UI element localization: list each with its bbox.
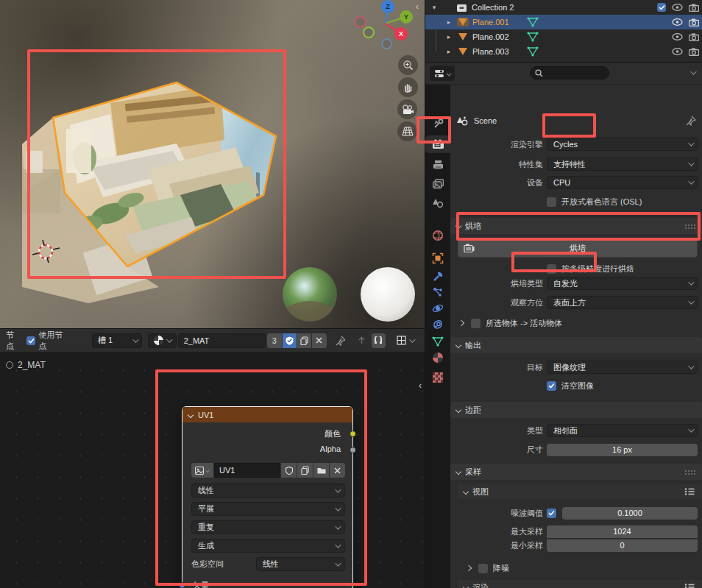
margin-type-dropdown[interactable]: 相邻面 xyxy=(547,424,698,437)
viewport-sampling-subheader[interactable]: 视图 xyxy=(458,484,702,499)
tab-data[interactable] xyxy=(425,333,450,350)
collection-checkbox[interactable] xyxy=(657,3,666,12)
hide-viewport-eye-icon[interactable] xyxy=(672,48,683,55)
tab-scene[interactable] xyxy=(425,194,450,212)
render-sampling-subheader[interactable]: 渲染 xyxy=(458,580,702,588)
slot-dropdown[interactable]: 槽 1 xyxy=(92,333,142,348)
preset-icon[interactable] xyxy=(684,583,695,588)
tab-output[interactable] xyxy=(425,156,450,174)
color-output-socket[interactable] xyxy=(350,431,356,437)
unlink-image-button[interactable] xyxy=(330,463,345,478)
projection-dropdown[interactable]: 平展 xyxy=(191,502,345,516)
node-header[interactable]: UV1 xyxy=(182,407,352,422)
region-collapse-arrow[interactable]: ‹ xyxy=(416,1,419,12)
image-browse-button[interactable] xyxy=(191,463,213,478)
camera-view-button[interactable] xyxy=(397,99,417,119)
multires-bake-checkbox[interactable] xyxy=(547,264,556,274)
region-collapse-arrow[interactable]: ‹ xyxy=(419,380,422,391)
collection-name[interactable]: Collection 2 xyxy=(472,3,514,12)
tab-material[interactable] xyxy=(425,349,450,366)
max-samples-field[interactable]: 1024 xyxy=(547,525,698,538)
selected-to-active-checkbox[interactable] xyxy=(471,319,481,328)
gizmo-y-axis[interactable]: Y xyxy=(400,10,413,24)
disable-render-camera-icon[interactable] xyxy=(689,18,699,26)
margin-size-field[interactable]: 16 px xyxy=(547,444,698,456)
vertical-splitter[interactable] xyxy=(425,0,425,588)
gizmo-z-axis[interactable]: Z xyxy=(381,0,394,13)
vector-input-socket[interactable] xyxy=(179,582,185,588)
tab-tool[interactable] xyxy=(425,115,450,132)
target-dropdown[interactable]: 图像纹理 xyxy=(547,361,698,374)
image-name-field[interactable]: UV1 xyxy=(214,463,280,478)
hide-viewport-eye-icon[interactable] xyxy=(672,18,683,26)
header-options-chevron-icon[interactable] xyxy=(690,68,696,74)
bake-type-dropdown[interactable]: 自发光 xyxy=(547,277,698,290)
disclosure-collapsed-icon[interactable]: ▸ xyxy=(444,18,453,26)
users-count-badge[interactable]: 3 xyxy=(267,333,281,348)
tab-render[interactable] xyxy=(425,135,450,153)
disable-render-camera-icon[interactable] xyxy=(689,33,699,41)
disclosure-collapsed-icon[interactable]: ▸ xyxy=(444,33,453,40)
disclosure-expanded-icon[interactable]: ▾ xyxy=(430,4,439,11)
gizmo-x-axis[interactable]: X xyxy=(394,27,408,40)
pin-icon[interactable] xyxy=(686,116,696,126)
min-samples-field[interactable]: 0 xyxy=(547,539,698,552)
disable-render-camera-icon[interactable] xyxy=(689,4,699,12)
pan-hand-button[interactable] xyxy=(398,77,418,97)
zoom-button[interactable] xyxy=(398,55,418,75)
hide-viewport-eye-icon[interactable] xyxy=(672,33,683,40)
tab-constraints[interactable] xyxy=(425,316,450,333)
shader-canvas[interactable]: 2_MAT ‹ UV1 颜色 Alpha UV1 xyxy=(0,353,425,588)
outliner-row-collection[interactable]: ▾ Collection 2 xyxy=(425,0,702,15)
output-panel-header[interactable]: 输出 xyxy=(450,337,702,353)
viewport-3d[interactable]: Z Y X ‹ xyxy=(0,0,425,329)
perspective-toggle-button[interactable] xyxy=(397,121,417,141)
sampling-panel-header[interactable]: 采样 xyxy=(450,464,702,480)
object-name[interactable]: Plane.002 xyxy=(472,32,509,41)
copy-image-button[interactable] xyxy=(297,463,313,478)
tab-world[interactable] xyxy=(425,227,450,244)
object-name[interactable]: Plane.001 xyxy=(472,18,509,26)
feature-set-dropdown[interactable]: 支持特性 xyxy=(547,157,698,171)
search-input[interactable] xyxy=(530,66,609,79)
gizmo-neg-x-axis[interactable] xyxy=(355,16,366,28)
fake-user-shield-button[interactable] xyxy=(283,333,297,348)
interpolation-dropdown[interactable]: 线性 xyxy=(191,483,345,497)
osl-checkbox[interactable] xyxy=(547,197,556,207)
outliner-row-plane002[interactable]: ▸ Plane.002 xyxy=(425,29,702,44)
material-name-field[interactable]: 2_MAT xyxy=(178,333,266,348)
render-engine-dropdown[interactable]: Cycles xyxy=(547,138,698,151)
outliner-row-plane001[interactable]: ▸ Plane.001 xyxy=(425,15,702,29)
tab-physics[interactable] xyxy=(425,300,450,317)
parent-node-tree-arrow-icon[interactable] xyxy=(357,336,366,345)
copy-material-button[interactable] xyxy=(297,333,311,348)
snap-icon[interactable] xyxy=(372,333,386,348)
object-name[interactable]: Plane.003 xyxy=(472,47,509,56)
alpha-output-socket[interactable] xyxy=(350,447,356,453)
preset-icon[interactable] xyxy=(684,487,695,496)
tab-object[interactable] xyxy=(425,249,450,267)
colorspace-dropdown[interactable]: 线性 xyxy=(256,557,345,571)
material-browse-button[interactable] xyxy=(148,333,177,348)
disable-render-camera-icon[interactable] xyxy=(689,48,699,56)
horizontal-splitter[interactable] xyxy=(0,328,425,329)
noise-threshold-field[interactable]: 0.1000 xyxy=(562,507,698,520)
bake-button[interactable]: 烘培 xyxy=(458,239,698,258)
hide-viewport-eye-icon[interactable] xyxy=(672,4,683,11)
margin-panel-header[interactable]: 边距 xyxy=(450,402,702,418)
tab-view-layer[interactable] xyxy=(425,175,450,193)
gizmo-neg-z-axis[interactable] xyxy=(381,38,392,49)
breadcrumb-scene[interactable]: Scene xyxy=(474,116,497,125)
node-menu[interactable]: 节点 xyxy=(6,330,21,352)
source-dropdown[interactable]: 生成 xyxy=(191,539,345,553)
open-image-folder-button[interactable] xyxy=(313,463,329,478)
disclosure-collapsed-icon[interactable]: ▸ xyxy=(444,48,453,55)
view-from-dropdown[interactable]: 表面上方 xyxy=(547,296,698,309)
extension-dropdown[interactable]: 重复 xyxy=(191,520,345,534)
image-texture-node[interactable]: UV1 颜色 Alpha UV1 xyxy=(182,406,353,588)
pin-icon[interactable] xyxy=(336,336,345,346)
fake-user-shield-button[interactable] xyxy=(281,463,297,478)
panel-drag-dots[interactable] xyxy=(684,224,696,229)
denoise-checkbox[interactable] xyxy=(478,564,488,573)
horizontal-splitter[interactable] xyxy=(425,62,702,63)
